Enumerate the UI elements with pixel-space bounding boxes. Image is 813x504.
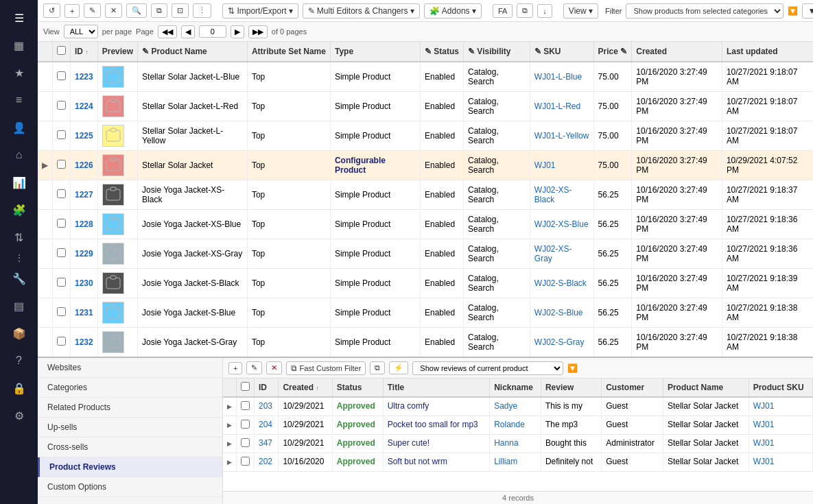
reviews-id-col[interactable]: ID <box>255 379 279 397</box>
review-expand-cell[interactable]: ▶ <box>223 416 237 435</box>
nav-item-product-reviews[interactable]: Product Reviews <box>38 457 222 477</box>
chart-icon[interactable]: 📊 <box>7 170 32 195</box>
reviews-title-col[interactable]: Title <box>383 379 490 397</box>
row-checkbox-cell[interactable] <box>53 210 71 239</box>
reviews-select-all[interactable] <box>241 382 250 391</box>
sku-link[interactable]: WJ01-L-Blue <box>534 72 582 82</box>
filter-select[interactable]: Show products from selected categories S… <box>626 3 783 19</box>
row-checkbox-cell[interactable] <box>53 298 71 328</box>
columns-button[interactable]: ⧉ <box>517 3 533 18</box>
row-checkbox-cell[interactable] <box>53 121 71 151</box>
review-checkbox-cell[interactable] <box>237 397 255 416</box>
home-icon[interactable]: ⌂ <box>7 143 32 167</box>
lock-icon[interactable]: 🔒 <box>7 376 32 400</box>
row-expand-cell[interactable] <box>38 239 53 269</box>
review-expand-cell[interactable]: ▶ <box>223 453 237 472</box>
row-expand-cell[interactable] <box>38 92 53 121</box>
row-expand-cell[interactable]: ▶ <box>38 151 53 180</box>
row-checkbox[interactable] <box>57 101 66 110</box>
review-checkbox-cell[interactable] <box>237 416 255 435</box>
settings-icon[interactable]: ⚙ <box>7 403 32 428</box>
row-checkbox[interactable] <box>57 189 66 198</box>
row-checkbox-cell[interactable] <box>53 328 71 357</box>
view-select[interactable]: ALL 10 20 50 <box>64 25 98 38</box>
row-checkbox-cell[interactable] <box>53 62 71 92</box>
sku-link[interactable]: WJ02-S-Black <box>534 278 587 288</box>
visibility-col-header[interactable]: ✎ Visibility <box>464 42 530 62</box>
row-checkbox[interactable] <box>57 130 66 139</box>
review-checkbox[interactable] <box>241 457 250 466</box>
arrows-icon[interactable]: ⇅ <box>7 225 32 250</box>
review-checkbox[interactable] <box>241 420 250 429</box>
search-button[interactable]: 🔍 <box>126 3 147 18</box>
multi-editors-button[interactable]: ✎ Multi Editors & Changers ▾ <box>303 3 420 19</box>
reviews-status-col[interactable]: Status <box>332 379 383 397</box>
products-icon[interactable]: 📦 <box>7 321 32 346</box>
row-expand-cell[interactable] <box>38 328 53 357</box>
sku-col-header[interactable]: ✎ SKU <box>530 42 593 62</box>
id-col-header[interactable]: ID ↑ <box>71 42 98 62</box>
row-checkbox[interactable] <box>57 71 66 80</box>
row-expand-cell[interactable] <box>38 298 53 328</box>
nav-item-categories[interactable]: Categories <box>38 378 222 398</box>
row-checkbox[interactable] <box>57 248 66 257</box>
sku-link[interactable]: WJ02-S-Blue <box>534 308 583 317</box>
row-expand-cell[interactable] <box>38 180 53 210</box>
reviews-filter-select[interactable]: Show reviews of current product Show all… <box>412 361 563 375</box>
more-button[interactable]: ⋮ <box>193 3 211 18</box>
review-checkbox-cell[interactable] <box>237 435 255 453</box>
name-col-header[interactable]: ✎ Product Name <box>138 42 248 62</box>
reviews-product-sku-col[interactable]: Product SKU <box>749 379 812 397</box>
next-page-button[interactable]: ▶ <box>231 25 244 38</box>
reviews-checkbox-col[interactable] <box>237 379 255 397</box>
refresh-button[interactable]: ↺ <box>43 3 60 18</box>
view-button[interactable]: View ▾ <box>563 3 598 19</box>
sku-link[interactable]: WJ02-S-Gray <box>534 337 585 347</box>
first-page-button[interactable]: ◀◀ <box>158 25 177 38</box>
reviews-cols-button[interactable]: ⧉ <box>370 361 385 374</box>
row-expand-cell[interactable] <box>38 121 53 151</box>
sku-link[interactable]: WJ02-XS-Gray <box>534 244 572 263</box>
row-checkbox-cell[interactable] <box>53 151 71 180</box>
sku-link[interactable]: WJ01-L-Red <box>534 101 580 111</box>
nav-item-custom-options[interactable]: Custom Options <box>38 477 222 497</box>
puzzle-icon[interactable]: 🧩 <box>7 197 32 222</box>
row-expand-cell[interactable] <box>38 62 53 92</box>
select-all-checkbox[interactable] <box>57 46 66 55</box>
nav-item-websites[interactable]: Websites <box>38 358 222 378</box>
status-col-header[interactable]: ✎ Status <box>421 42 464 62</box>
export-csv-button[interactable]: ↓ <box>537 4 552 18</box>
edit-button[interactable]: ✎ <box>84 3 101 18</box>
menu-icon[interactable]: ☰ <box>7 5 32 30</box>
page-input[interactable]: 0 <box>199 25 226 38</box>
sku-link[interactable]: WJ02-XS-Blue <box>534 219 589 229</box>
fa-button[interactable]: FA <box>493 4 512 18</box>
review-expand-cell[interactable]: ▶ <box>223 397 237 416</box>
review-expand-cell[interactable]: ▶ <box>223 435 237 453</box>
delete-button[interactable]: ✕ <box>105 3 122 18</box>
price-col-header[interactable]: Price ✎ <box>593 42 632 62</box>
checkbox-col-header[interactable] <box>53 42 71 62</box>
sku-link[interactable]: WJ01-L-Yellow <box>534 131 589 141</box>
user-icon[interactable]: 👤 <box>7 115 32 140</box>
last-updated-col-header[interactable]: Last updated <box>722 42 813 62</box>
review-checkbox[interactable] <box>241 401 250 410</box>
row-checkbox[interactable] <box>57 337 66 346</box>
row-expand-cell[interactable] <box>38 210 53 239</box>
addons-button[interactable]: 🧩 Addons ▾ <box>424 3 482 19</box>
add-button[interactable]: + <box>64 4 80 18</box>
copy-button[interactable]: ⧉ <box>151 3 167 18</box>
review-checkbox-cell[interactable] <box>237 453 255 472</box>
wrench-icon[interactable]: 🔧 <box>7 266 32 291</box>
reviews-nickname-col[interactable]: Nickname <box>490 379 541 397</box>
reviews-add-button[interactable]: + <box>228 362 242 374</box>
reviews-edit-button[interactable]: ✎ <box>246 361 262 374</box>
row-checkbox-cell[interactable] <box>53 92 71 121</box>
reviews-fast-filter-button[interactable]: ⧉ Fast Custom Filter <box>286 361 366 375</box>
row-checkbox[interactable] <box>57 219 66 228</box>
duplicate-button[interactable]: ⊡ <box>172 3 189 18</box>
row-checkbox-cell[interactable] <box>53 180 71 210</box>
row-checkbox[interactable] <box>57 307 66 316</box>
book-icon[interactable]: ≡ <box>7 88 32 112</box>
reviews-customer-col[interactable]: Customer <box>602 379 663 397</box>
